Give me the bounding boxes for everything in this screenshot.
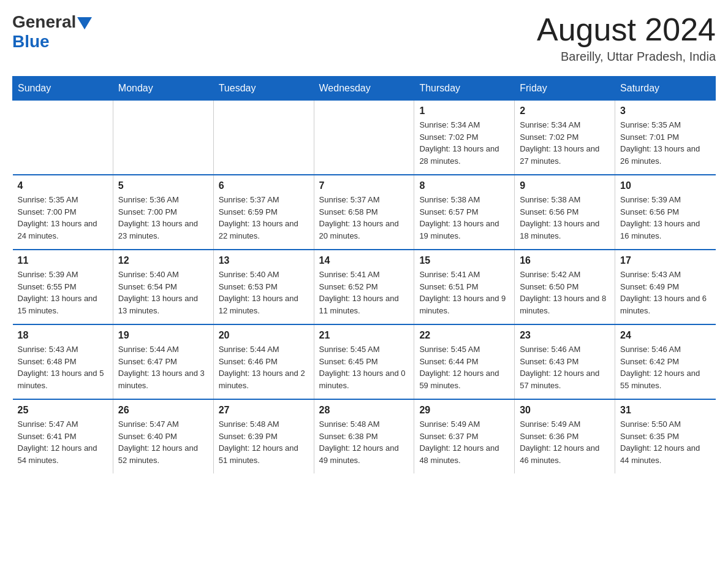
calendar-cell: 11Sunrise: 5:39 AM Sunset: 6:55 PM Dayli… xyxy=(13,250,113,324)
calendar-cell xyxy=(13,101,113,175)
logo-blue-text: Blue xyxy=(12,32,92,52)
day-number: 25 xyxy=(18,405,108,416)
header-day-sunday: Sunday xyxy=(13,77,113,101)
day-number: 14 xyxy=(319,255,409,266)
day-number: 11 xyxy=(18,255,108,266)
day-number: 19 xyxy=(118,330,208,341)
day-number: 20 xyxy=(219,330,309,341)
calendar-cell: 31Sunrise: 5:50 AM Sunset: 6:35 PM Dayli… xyxy=(615,399,716,473)
day-number: 29 xyxy=(419,405,509,416)
calendar-cell: 24Sunrise: 5:46 AM Sunset: 6:42 PM Dayli… xyxy=(615,324,716,399)
calendar-cell: 23Sunrise: 5:46 AM Sunset: 6:43 PM Dayli… xyxy=(515,324,615,399)
day-number: 1 xyxy=(419,105,509,117)
day-number: 28 xyxy=(319,405,409,416)
day-number: 7 xyxy=(319,180,409,191)
day-info: Sunrise: 5:48 AM Sunset: 6:39 PM Dayligh… xyxy=(219,418,309,466)
day-number: 8 xyxy=(419,180,509,191)
day-info: Sunrise: 5:35 AM Sunset: 7:00 PM Dayligh… xyxy=(18,194,108,242)
day-info: Sunrise: 5:47 AM Sunset: 6:40 PM Dayligh… xyxy=(118,418,208,466)
week-row-1: 1Sunrise: 5:34 AM Sunset: 7:02 PM Daylig… xyxy=(13,101,716,175)
calendar-cell: 26Sunrise: 5:47 AM Sunset: 6:40 PM Dayli… xyxy=(113,399,213,473)
header-row: SundayMondayTuesdayWednesdayThursdayFrid… xyxy=(13,77,716,101)
day-info: Sunrise: 5:39 AM Sunset: 6:56 PM Dayligh… xyxy=(620,194,710,242)
day-info: Sunrise: 5:37 AM Sunset: 6:58 PM Dayligh… xyxy=(319,194,409,242)
calendar-header: SundayMondayTuesdayWednesdayThursdayFrid… xyxy=(13,77,716,101)
day-info: Sunrise: 5:40 AM Sunset: 6:53 PM Dayligh… xyxy=(219,269,309,316)
calendar-table: SundayMondayTuesdayWednesdayThursdayFrid… xyxy=(12,76,716,473)
day-number: 16 xyxy=(520,255,610,266)
day-number: 13 xyxy=(219,255,309,266)
header-day-saturday: Saturday xyxy=(615,77,716,101)
day-number: 18 xyxy=(18,330,108,341)
calendar-cell xyxy=(213,101,314,175)
calendar-cell xyxy=(113,101,213,175)
day-number: 26 xyxy=(118,405,208,416)
day-info: Sunrise: 5:44 AM Sunset: 6:46 PM Dayligh… xyxy=(219,343,309,391)
day-info: Sunrise: 5:45 AM Sunset: 6:44 PM Dayligh… xyxy=(419,343,509,391)
day-info: Sunrise: 5:49 AM Sunset: 6:36 PM Dayligh… xyxy=(520,418,610,466)
calendar-cell: 22Sunrise: 5:45 AM Sunset: 6:44 PM Dayli… xyxy=(414,324,515,399)
day-info: Sunrise: 5:35 AM Sunset: 7:01 PM Dayligh… xyxy=(620,119,710,167)
day-number: 6 xyxy=(219,180,309,191)
day-number: 2 xyxy=(520,105,610,117)
day-info: Sunrise: 5:38 AM Sunset: 6:57 PM Dayligh… xyxy=(419,194,509,242)
day-info: Sunrise: 5:36 AM Sunset: 7:00 PM Dayligh… xyxy=(118,194,208,242)
calendar-cell: 2Sunrise: 5:34 AM Sunset: 7:02 PM Daylig… xyxy=(515,101,615,175)
week-row-5: 25Sunrise: 5:47 AM Sunset: 6:41 PM Dayli… xyxy=(13,399,716,473)
page-header: General Blue August 2024 Bareilly, Uttar… xyxy=(12,12,716,64)
day-number: 9 xyxy=(520,180,610,191)
location-title: Bareilly, Uttar Pradesh, India xyxy=(537,50,716,64)
day-number: 30 xyxy=(520,405,610,416)
day-number: 5 xyxy=(118,180,208,191)
day-info: Sunrise: 5:40 AM Sunset: 6:54 PM Dayligh… xyxy=(118,269,208,316)
day-number: 12 xyxy=(118,255,208,266)
day-info: Sunrise: 5:37 AM Sunset: 6:59 PM Dayligh… xyxy=(219,194,309,242)
calendar-cell: 7Sunrise: 5:37 AM Sunset: 6:58 PM Daylig… xyxy=(314,175,414,250)
header-day-friday: Friday xyxy=(515,77,615,101)
day-number: 15 xyxy=(419,255,509,266)
day-info: Sunrise: 5:43 AM Sunset: 6:48 PM Dayligh… xyxy=(18,343,108,391)
day-number: 21 xyxy=(319,330,409,341)
calendar-body: 1Sunrise: 5:34 AM Sunset: 7:02 PM Daylig… xyxy=(13,101,716,474)
day-number: 22 xyxy=(419,330,509,341)
day-number: 23 xyxy=(520,330,610,341)
day-info: Sunrise: 5:46 AM Sunset: 6:43 PM Dayligh… xyxy=(520,343,610,391)
logo-general-text: General xyxy=(12,12,76,32)
logo: General Blue xyxy=(12,12,92,52)
day-info: Sunrise: 5:45 AM Sunset: 6:45 PM Dayligh… xyxy=(319,343,409,391)
title-section: August 2024 Bareilly, Uttar Pradesh, Ind… xyxy=(537,12,716,64)
logo-triangle-icon xyxy=(77,17,92,29)
calendar-cell: 4Sunrise: 5:35 AM Sunset: 7:00 PM Daylig… xyxy=(13,175,113,250)
header-day-wednesday: Wednesday xyxy=(314,77,414,101)
calendar-cell: 18Sunrise: 5:43 AM Sunset: 6:48 PM Dayli… xyxy=(13,324,113,399)
calendar-cell: 29Sunrise: 5:49 AM Sunset: 6:37 PM Dayli… xyxy=(414,399,515,473)
calendar-cell: 30Sunrise: 5:49 AM Sunset: 6:36 PM Dayli… xyxy=(515,399,615,473)
calendar-cell: 25Sunrise: 5:47 AM Sunset: 6:41 PM Dayli… xyxy=(13,399,113,473)
header-day-monday: Monday xyxy=(113,77,213,101)
calendar-cell: 12Sunrise: 5:40 AM Sunset: 6:54 PM Dayli… xyxy=(113,250,213,324)
calendar-cell: 27Sunrise: 5:48 AM Sunset: 6:39 PM Dayli… xyxy=(213,399,314,473)
calendar-cell: 9Sunrise: 5:38 AM Sunset: 6:56 PM Daylig… xyxy=(515,175,615,250)
day-number: 24 xyxy=(620,330,710,341)
calendar-cell: 19Sunrise: 5:44 AM Sunset: 6:47 PM Dayli… xyxy=(113,324,213,399)
day-info: Sunrise: 5:39 AM Sunset: 6:55 PM Dayligh… xyxy=(18,269,108,316)
calendar-cell: 21Sunrise: 5:45 AM Sunset: 6:45 PM Dayli… xyxy=(314,324,414,399)
day-info: Sunrise: 5:50 AM Sunset: 6:35 PM Dayligh… xyxy=(620,418,710,466)
calendar-cell xyxy=(314,101,414,175)
day-number: 10 xyxy=(620,180,710,191)
calendar-cell: 1Sunrise: 5:34 AM Sunset: 7:02 PM Daylig… xyxy=(414,101,515,175)
day-info: Sunrise: 5:38 AM Sunset: 6:56 PM Dayligh… xyxy=(520,194,610,242)
calendar-cell: 16Sunrise: 5:42 AM Sunset: 6:50 PM Dayli… xyxy=(515,250,615,324)
week-row-3: 11Sunrise: 5:39 AM Sunset: 6:55 PM Dayli… xyxy=(13,250,716,324)
week-row-2: 4Sunrise: 5:35 AM Sunset: 7:00 PM Daylig… xyxy=(13,175,716,250)
day-info: Sunrise: 5:43 AM Sunset: 6:49 PM Dayligh… xyxy=(620,269,710,316)
calendar-cell: 13Sunrise: 5:40 AM Sunset: 6:53 PM Dayli… xyxy=(213,250,314,324)
day-info: Sunrise: 5:49 AM Sunset: 6:37 PM Dayligh… xyxy=(419,418,509,466)
day-info: Sunrise: 5:41 AM Sunset: 6:51 PM Dayligh… xyxy=(419,269,509,316)
day-number: 31 xyxy=(620,405,710,416)
day-info: Sunrise: 5:34 AM Sunset: 7:02 PM Dayligh… xyxy=(419,119,509,167)
calendar-cell: 8Sunrise: 5:38 AM Sunset: 6:57 PM Daylig… xyxy=(414,175,515,250)
month-title: August 2024 xyxy=(537,12,716,47)
day-info: Sunrise: 5:48 AM Sunset: 6:38 PM Dayligh… xyxy=(319,418,409,466)
day-info: Sunrise: 5:42 AM Sunset: 6:50 PM Dayligh… xyxy=(520,269,610,316)
